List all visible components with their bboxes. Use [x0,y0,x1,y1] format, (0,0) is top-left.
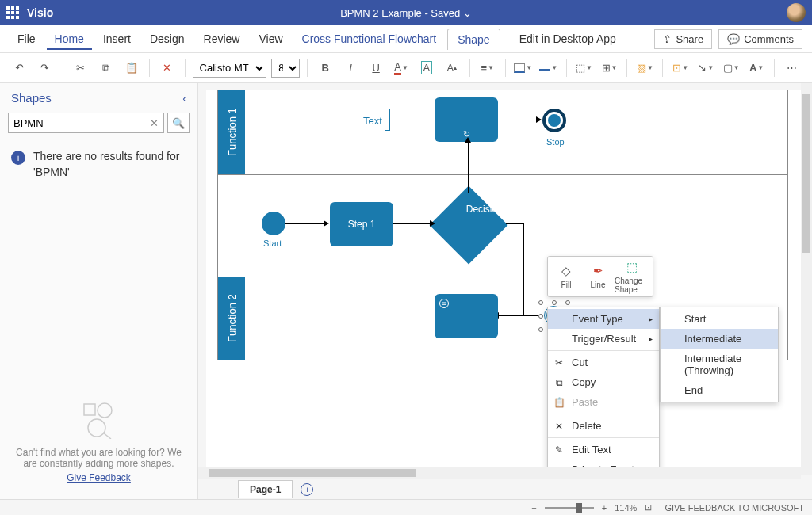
horizontal-scrollbar[interactable] [198,467,801,479]
more-button[interactable]: ⋯ [782,58,802,78]
search-input-wrap[interactable]: ✕ [8,113,164,133]
statusbar: − + 114% ⊡ GIVE FEEDBACK TO MICROSOFT [0,499,812,515]
ctx-cut[interactable]: ✂Cut [548,353,659,372]
shape-style-button[interactable]: ▢▼ [721,58,741,78]
line-color-button[interactable]: ▼ [538,58,559,78]
connector[interactable] [523,223,524,315]
titlebar: Visio BPMN 2 Example - Saved ⌄ [0,0,812,25]
tab-insert[interactable]: Insert [95,28,139,50]
tab-edit-desktop[interactable]: Edit in Desktop App [511,28,624,50]
ctx-trigger-result[interactable]: Trigger/Result▸ [548,329,659,349]
tab-home[interactable]: Home [47,28,92,50]
share-icon: ⇪ [663,33,672,45]
paste-icon: 📋 [553,397,565,408]
italic-button[interactable]: I [340,58,361,78]
copy-button[interactable]: ⧉ [96,58,117,78]
avatar[interactable] [787,3,806,22]
tab-cross-functional[interactable]: Cross Functional Flowchart [294,28,445,50]
ctx-edit-text[interactable]: ✎Edit Text [548,440,659,460]
bold-button[interactable]: B [315,58,335,78]
collapse-icon[interactable]: ‹ [182,92,186,105]
ctx-delete[interactable]: ✕Delete [548,416,659,436]
zoom-in-button[interactable]: + [602,503,607,513]
undo-button[interactable]: ↶ [10,58,30,78]
mini-change-shape-button[interactable]: ⬚Change Shape [615,260,649,293]
redo-button[interactable]: ↷ [35,58,56,78]
connector[interactable] [498,315,538,316]
connector[interactable] [393,223,431,224]
text-button[interactable]: A▼ [746,58,767,78]
tab-view[interactable]: View [251,28,290,50]
submenu-intermediate-throwing[interactable]: Intermediate (Throwing) [661,349,778,380]
layers-button[interactable]: ▧▼ [634,58,655,78]
swimlane-3-header[interactable]: Function 2 [218,277,245,360]
clear-icon[interactable]: ✕ [150,117,159,129]
font-size-inc-button[interactable]: A▴ [442,58,462,78]
font-color-button[interactable]: A▼ [391,58,412,78]
underline-button[interactable]: U [366,58,386,78]
cut-button[interactable]: ✂ [71,58,91,78]
event-type-submenu: Start Intermediate Intermediate (Throwin… [660,307,779,402]
swimlane-1[interactable]: Function 1 [217,90,788,175]
page-tab-1[interactable]: Page-1 [238,480,293,498]
arrange-button[interactable]: ⬚▼ [574,58,595,78]
start-label: Start [263,238,282,248]
task-shape-bottom[interactable]: ≡ [435,294,498,338]
task-shape-top[interactable]: ↻ [435,97,498,142]
tab-shape[interactable]: Shape [447,29,500,50]
ctx-copy[interactable]: ⧉Copy [548,372,659,392]
mini-fill-button[interactable]: ◇Fill [551,260,581,293]
connector[interactable] [506,223,523,224]
container-button[interactable]: ⊡▼ [670,58,691,78]
zoom-level[interactable]: 114% [615,503,637,513]
font-size-select[interactable]: 8 [271,59,300,78]
share-button[interactable]: ⇪Share [654,29,712,49]
page-tabs: Page-1 + [198,479,812,499]
mini-line-button[interactable]: ✒Line [583,260,613,293]
connector[interactable] [468,142,469,193]
tab-file[interactable]: File [10,28,44,50]
ctx-event-type[interactable]: Event Type▸ [548,309,659,329]
align-button[interactable]: ≡▼ [477,58,498,78]
font-family-select[interactable]: Calisto MT [193,59,267,78]
end-event[interactable] [542,109,566,132]
text-annotation[interactable]: Text [363,115,382,127]
add-page-button[interactable]: + [301,483,313,496]
app-launcher-icon[interactable] [6,6,19,19]
submenu-end[interactable]: End [661,380,778,400]
fit-page-button[interactable]: ⊡ [645,502,652,513]
canvas-area[interactable]: Function 1 Function 2 Text ↻ Stop Start … [198,83,812,499]
shapes-panel: Shapes ‹ ✕ 🔍 + There are no results foun… [0,83,198,499]
task-step1[interactable]: Step 1 [330,202,393,246]
search-input[interactable] [13,117,150,129]
swimlane-1-header[interactable]: Function 1 [218,90,245,174]
paste-button[interactable]: 📋 [121,58,142,78]
connector[interactable] [285,223,325,224]
submenu-intermediate[interactable]: Intermediate [661,329,778,349]
give-feedback-link[interactable]: Give Feedback [67,472,131,483]
feedback-link-status[interactable]: GIVE FEEDBACK TO MICROSOFT [665,503,804,513]
fill-color-button[interactable]: ▼ [513,58,534,78]
app-name: Visio [27,6,53,19]
zoom-slider[interactable] [545,507,594,509]
tab-design[interactable]: Design [142,28,193,50]
search-button[interactable]: 🔍 [167,113,190,133]
submenu-start[interactable]: Start [661,309,778,329]
comments-button[interactable]: 💬Comments [718,29,802,49]
add-stencil-button[interactable]: + [11,151,25,165]
tab-review[interactable]: Review [196,28,248,50]
connector[interactable] [498,120,538,120]
vertical-scrollbar[interactable] [801,83,812,475]
highlight-button[interactable]: A [416,58,437,78]
position-button[interactable]: ⊞▼ [599,58,620,78]
no-results-text: There are no results found for 'BPMN' [33,149,186,180]
zoom-out-button[interactable]: − [531,503,536,513]
canvas[interactable]: Function 1 Function 2 Text ↻ Stop Start … [206,90,804,475]
start-event[interactable] [262,212,285,235]
change-shape-icon: ⬚ [626,260,638,274]
empty-shapes-icon [79,399,119,439]
delete-button[interactable]: ✕ [157,58,178,78]
copy-icon: ⧉ [553,377,565,388]
connector-button[interactable]: ↘▼ [695,58,716,78]
document-title[interactable]: BPMN 2 Example - Saved ⌄ [340,7,472,19]
